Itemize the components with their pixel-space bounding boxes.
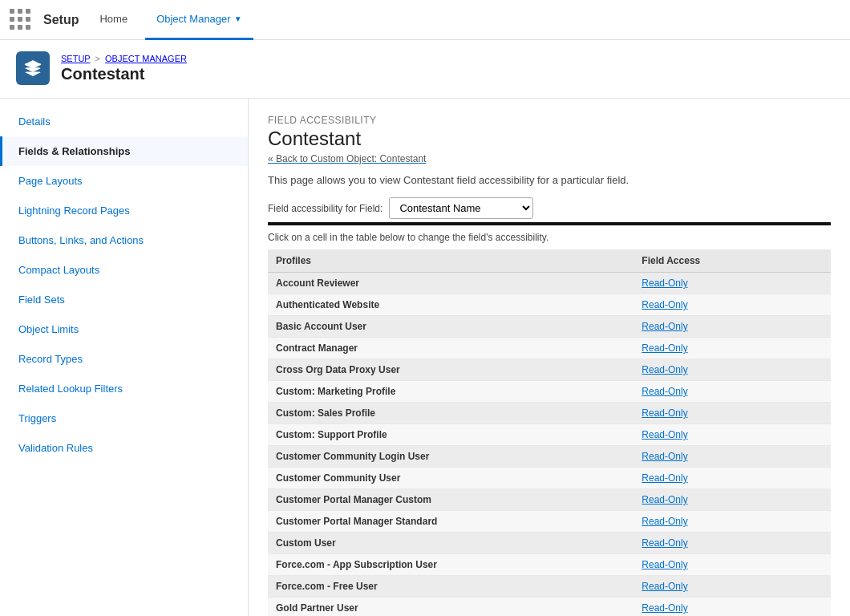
sidebar-item-record-types[interactable]: Record Types bbox=[0, 344, 248, 374]
field-access-cell[interactable]: Read-Only bbox=[633, 381, 831, 403]
profile-name-cell: Gold Partner User bbox=[268, 598, 633, 617]
profile-name-cell: Force.com - Free User bbox=[268, 576, 633, 598]
breadcrumb-links: SETUP > OBJECT MANAGER bbox=[61, 54, 187, 63]
click-instruction: Click on a cell in the table below to ch… bbox=[268, 232, 831, 243]
breadcrumb: SETUP > OBJECT MANAGER Contestant bbox=[61, 54, 187, 83]
table-row[interactable]: Customer Portal Manager StandardRead-Onl… bbox=[268, 511, 831, 533]
breadcrumb-object-manager-link[interactable]: OBJECT MANAGER bbox=[105, 54, 187, 63]
table-row[interactable]: Cross Org Data Proxy UserRead-Only bbox=[268, 359, 831, 381]
field-access-cell[interactable]: Read-Only bbox=[633, 359, 831, 381]
field-access-link[interactable]: Read-Only bbox=[642, 581, 687, 592]
sidebar-item-details[interactable]: Details bbox=[0, 107, 248, 136]
field-selector-row: Field accessibility for Field: Contestan… bbox=[268, 197, 831, 219]
nav-home[interactable]: Home bbox=[88, 0, 139, 40]
table-row[interactable]: Contract ManagerRead-Only bbox=[268, 338, 831, 359]
field-access-table: Profiles Field Access Account ReviewerRe… bbox=[268, 249, 831, 616]
field-access-cell[interactable]: Read-Only bbox=[633, 489, 831, 511]
profile-name-cell: Customer Community User bbox=[268, 468, 633, 489]
main-layout: Details Fields & Relationships Page Layo… bbox=[0, 99, 850, 616]
field-access-link[interactable]: Read-Only bbox=[642, 299, 687, 310]
column-header-field-access: Field Access bbox=[633, 249, 831, 273]
field-access-link[interactable]: Read-Only bbox=[642, 321, 687, 332]
field-access-cell[interactable]: Read-Only bbox=[633, 598, 831, 617]
table-row[interactable]: Account ReviewerRead-Only bbox=[268, 273, 831, 294]
sidebar-item-lightning-record-pages[interactable]: Lightning Record Pages bbox=[0, 196, 248, 225]
object-icon bbox=[16, 51, 50, 85]
field-access-cell[interactable]: Read-Only bbox=[633, 424, 831, 446]
table-row[interactable]: Basic Account UserRead-Only bbox=[268, 316, 831, 338]
table-row[interactable]: Authenticated WebsiteRead-Only bbox=[268, 294, 831, 316]
svg-rect-0 bbox=[26, 63, 40, 65]
content-subtitle: Field Accessibility bbox=[268, 115, 831, 126]
table-row[interactable]: Custom: Support ProfileRead-Only bbox=[268, 424, 831, 446]
black-bar-divider bbox=[268, 222, 831, 225]
sidebar-item-object-limits[interactable]: Object Limits bbox=[0, 314, 248, 344]
field-access-cell[interactable]: Read-Only bbox=[633, 316, 831, 338]
field-access-link[interactable]: Read-Only bbox=[642, 278, 687, 289]
field-access-cell[interactable]: Read-Only bbox=[633, 273, 831, 294]
sidebar: Details Fields & Relationships Page Layo… bbox=[0, 99, 249, 616]
breadcrumb-title: Contestant bbox=[61, 65, 187, 83]
sidebar-item-triggers[interactable]: Triggers bbox=[0, 403, 248, 433]
field-access-cell[interactable]: Read-Only bbox=[633, 533, 831, 554]
profile-name-cell: Force.com - App Subscription User bbox=[268, 554, 633, 576]
table-row[interactable]: Force.com - Free UserRead-Only bbox=[268, 576, 831, 598]
field-access-cell[interactable]: Read-Only bbox=[633, 511, 831, 533]
sidebar-item-buttons-links-actions[interactable]: Buttons, Links, and Actions bbox=[0, 225, 248, 255]
table-row[interactable]: Customer Portal Manager CustomRead-Only bbox=[268, 489, 831, 511]
table-row[interactable]: Custom: Marketing ProfileRead-Only bbox=[268, 381, 831, 403]
profile-name-cell: Customer Community Login User bbox=[268, 446, 633, 468]
table-row[interactable]: Customer Community UserRead-Only bbox=[268, 468, 831, 489]
back-link-text: Back to Custom Object: Contestant bbox=[276, 153, 426, 164]
field-access-link[interactable]: Read-Only bbox=[642, 342, 687, 354]
sidebar-item-field-sets[interactable]: Field Sets bbox=[0, 285, 248, 314]
breadcrumb-separator: > bbox=[95, 54, 100, 63]
table-row[interactable]: Force.com - App Subscription UserRead-On… bbox=[268, 554, 831, 576]
back-link[interactable]: « Back to Custom Object: Contestant bbox=[268, 153, 831, 164]
table-row[interactable]: Custom UserRead-Only bbox=[268, 533, 831, 554]
grid-dot bbox=[26, 25, 30, 30]
app-grid-button[interactable] bbox=[10, 9, 32, 31]
field-access-link[interactable]: Read-Only bbox=[642, 364, 687, 375]
field-access-link[interactable]: Read-Only bbox=[642, 537, 687, 549]
content-title: Contestant bbox=[268, 128, 831, 150]
svg-rect-2 bbox=[26, 71, 40, 73]
field-access-link[interactable]: Read-Only bbox=[642, 386, 687, 397]
sidebar-item-compact-layouts[interactable]: Compact Layouts bbox=[0, 255, 248, 285]
grid-dot bbox=[10, 25, 14, 30]
field-access-link[interactable]: Read-Only bbox=[642, 516, 687, 527]
field-access-link[interactable]: Read-Only bbox=[642, 494, 687, 505]
table-row[interactable]: Gold Partner UserRead-Only bbox=[268, 598, 831, 617]
layers-icon bbox=[23, 59, 42, 78]
profile-name-cell: Custom User bbox=[268, 533, 633, 554]
grid-dot bbox=[10, 9, 14, 14]
field-access-cell[interactable]: Read-Only bbox=[633, 403, 831, 424]
field-accessibility-description: This page allows you to view Contestant … bbox=[268, 174, 831, 186]
field-access-cell[interactable]: Read-Only bbox=[633, 446, 831, 468]
grid-dot bbox=[18, 17, 22, 22]
field-access-cell[interactable]: Read-Only bbox=[633, 468, 831, 489]
field-selector-dropdown[interactable]: Contestant Name bbox=[389, 197, 533, 219]
table-row[interactable]: Customer Community Login UserRead-Only bbox=[268, 446, 831, 468]
field-access-cell[interactable]: Read-Only bbox=[633, 338, 831, 359]
svg-rect-1 bbox=[26, 67, 40, 69]
sidebar-item-validation-rules[interactable]: Validation Rules bbox=[0, 433, 248, 463]
field-access-link[interactable]: Read-Only bbox=[642, 407, 687, 419]
sidebar-item-page-layouts[interactable]: Page Layouts bbox=[0, 166, 248, 196]
field-access-link[interactable]: Read-Only bbox=[642, 451, 687, 462]
field-access-link[interactable]: Read-Only bbox=[642, 429, 687, 440]
sidebar-item-related-lookup-filters[interactable]: Related Lookup Filters bbox=[0, 374, 248, 403]
field-access-link[interactable]: Read-Only bbox=[642, 559, 687, 570]
nav-object-manager[interactable]: Object Manager ▼ bbox=[145, 0, 253, 40]
field-access-cell[interactable]: Read-Only bbox=[633, 294, 831, 316]
profile-name-cell: Custom: Marketing Profile bbox=[268, 381, 633, 403]
field-access-link[interactable]: Read-Only bbox=[642, 472, 687, 484]
field-access-cell[interactable]: Read-Only bbox=[633, 576, 831, 598]
breadcrumb-setup-link[interactable]: SETUP bbox=[61, 54, 90, 63]
field-access-cell[interactable]: Read-Only bbox=[633, 554, 831, 576]
field-access-link[interactable]: Read-Only bbox=[642, 602, 687, 614]
table-row[interactable]: Custom: Sales ProfileRead-Only bbox=[268, 403, 831, 424]
main-content: Field Accessibility Contestant « Back to… bbox=[249, 99, 850, 616]
sidebar-item-fields-relationships[interactable]: Fields & Relationships bbox=[0, 136, 248, 166]
setup-label: Setup bbox=[43, 13, 79, 27]
